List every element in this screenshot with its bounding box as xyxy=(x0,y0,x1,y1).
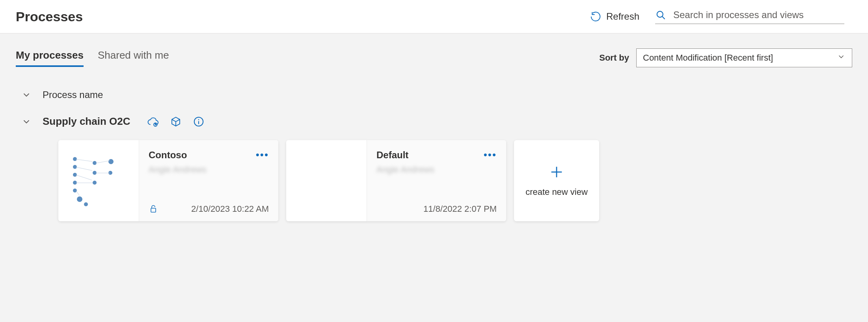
card-title: Contoso xyxy=(149,150,187,161)
card-date: 11/8/2022 2:07 PM xyxy=(423,204,497,214)
search-box[interactable] xyxy=(655,9,844,24)
view-card[interactable]: Contoso ••• Angie Andrews 2/10/2023 10:2… xyxy=(58,140,278,221)
more-icon[interactable]: ••• xyxy=(256,150,269,160)
create-new-view-button[interactable]: create new view xyxy=(514,140,599,221)
tab-my-processes[interactable]: My processes xyxy=(16,49,84,67)
group-name: Supply chain O2C xyxy=(43,115,130,128)
column-header-process-name: Process name xyxy=(43,89,103,100)
search-icon xyxy=(655,9,666,20)
chevron-down-icon xyxy=(837,52,846,63)
refresh-button[interactable]: Refresh xyxy=(590,11,639,22)
info-icon[interactable] xyxy=(193,116,205,128)
card-owner: Angie Andrews xyxy=(376,165,497,175)
svg-point-5 xyxy=(198,119,199,120)
sort-by-select[interactable]: Content Modification [Recent first] xyxy=(636,48,852,67)
svg-point-0 xyxy=(657,11,663,17)
svg-rect-6 xyxy=(151,208,156,212)
more-icon[interactable]: ••• xyxy=(484,150,497,160)
collapse-all-chevron-icon[interactable] xyxy=(21,90,32,100)
lock-icon xyxy=(149,204,158,214)
refresh-label: Refresh xyxy=(606,11,639,22)
refresh-icon xyxy=(590,11,602,22)
card-thumbnail xyxy=(286,140,367,221)
create-new-view-label: create new view xyxy=(525,187,588,197)
card-title: Default xyxy=(376,150,408,161)
svg-line-1 xyxy=(662,17,665,19)
package-icon[interactable] xyxy=(170,116,182,128)
sort-by-value: Content Modification [Recent first] xyxy=(643,53,773,63)
view-card[interactable]: Default ••• Angie Andrews 11/8/2022 2:07… xyxy=(286,140,506,221)
search-input[interactable] xyxy=(673,9,844,20)
sort-by-label: Sort by xyxy=(599,53,629,63)
group-chevron-icon[interactable] xyxy=(21,117,32,127)
tab-shared-with-me[interactable]: Shared with me xyxy=(98,49,169,67)
cloud-upload-icon[interactable] xyxy=(147,116,159,128)
card-thumbnail xyxy=(58,140,139,221)
card-date: 2/10/2023 10:22 AM xyxy=(191,204,269,214)
card-owner: Angie Andrews xyxy=(149,165,269,175)
page-title: Processes xyxy=(16,9,83,24)
plus-icon xyxy=(549,164,564,180)
